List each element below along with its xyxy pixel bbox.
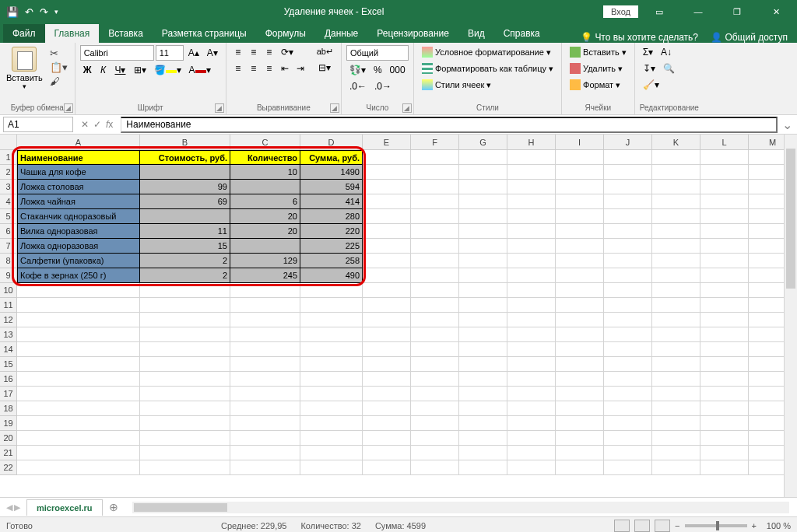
cell[interactable] [700, 165, 749, 180]
cell[interactable] [363, 387, 411, 401]
cell[interactable] [230, 283, 300, 298]
paste-button[interactable]: Вставить ▾ [5, 45, 44, 102]
formula-bar[interactable] [121, 117, 778, 133]
cell[interactable]: Вилка одноразовая [17, 224, 140, 239]
percent-icon[interactable]: % [370, 63, 385, 77]
comma-icon[interactable]: 000 [387, 63, 409, 77]
cell[interactable] [652, 342, 700, 357]
row-header[interactable]: 6 [0, 224, 17, 239]
cell[interactable]: 20 [230, 224, 300, 239]
row-header[interactable]: 9 [0, 268, 17, 283]
cell[interactable] [652, 298, 700, 313]
cell[interactable] [507, 431, 556, 446]
cell[interactable]: Кофе в зернах (250 г) [17, 268, 140, 283]
cell[interactable] [300, 342, 363, 357]
decrease-decimal-icon[interactable]: .0→ [371, 79, 395, 93]
login-button[interactable]: Вход [603, 5, 638, 18]
format-as-table-button[interactable]: Форматировать как таблицу▾ [419, 61, 556, 75]
cell[interactable] [556, 327, 604, 342]
cell[interactable] [604, 313, 652, 327]
close-icon[interactable]: ✕ [758, 0, 794, 23]
row-header[interactable]: 8 [0, 254, 17, 268]
row-header[interactable]: 7 [0, 239, 17, 254]
vertical-scroll-thumb[interactable] [786, 149, 795, 289]
cell[interactable] [230, 342, 300, 357]
cell[interactable] [230, 431, 300, 446]
cell[interactable] [556, 298, 604, 313]
cell[interactable] [604, 283, 652, 298]
cell[interactable] [556, 401, 604, 416]
cell[interactable] [556, 194, 604, 209]
cell[interactable] [556, 254, 604, 268]
cell[interactable] [700, 283, 749, 298]
cell[interactable] [700, 416, 749, 431]
cell[interactable]: 6 [230, 194, 300, 209]
redo-icon[interactable]: ↷ [40, 6, 48, 18]
column-header[interactable]: G [459, 135, 507, 150]
cell[interactable] [604, 209, 652, 224]
cell[interactable]: 490 [300, 268, 363, 283]
cell[interactable] [17, 283, 140, 298]
cell[interactable] [140, 298, 230, 313]
cell[interactable] [411, 387, 459, 401]
cell[interactable] [604, 194, 652, 209]
cell[interactable] [300, 313, 363, 327]
cell[interactable] [604, 150, 652, 165]
view-page-break-icon[interactable] [655, 520, 670, 532]
row-header[interactable]: 3 [0, 180, 17, 194]
align-left-icon[interactable]: ≡ [231, 61, 245, 75]
spreadsheet-grid[interactable]: ABCDEFGHIJKLM 12345678910111213141516171… [0, 135, 797, 497]
fill-color-button[interactable]: 🪣▾ [151, 63, 184, 77]
cell[interactable] [652, 283, 700, 298]
column-header[interactable]: A [17, 135, 140, 150]
cell[interactable] [700, 268, 749, 283]
fill-icon[interactable]: ↧▾ [640, 61, 658, 75]
cell[interactable] [363, 342, 411, 357]
cell[interactable] [363, 460, 411, 475]
view-page-layout-icon[interactable] [634, 520, 650, 532]
bold-button[interactable]: Ж [80, 63, 95, 77]
cell[interactable] [700, 224, 749, 239]
cell[interactable] [17, 431, 140, 446]
cell[interactable] [17, 357, 140, 372]
cell[interactable] [300, 401, 363, 416]
cell[interactable] [411, 150, 459, 165]
cell[interactable] [230, 387, 300, 401]
cell[interactable] [363, 313, 411, 327]
cell[interactable] [411, 372, 459, 387]
cell[interactable] [140, 387, 230, 401]
vertical-scrollbar[interactable] [784, 135, 797, 497]
cell[interactable] [507, 209, 556, 224]
row-header[interactable]: 19 [0, 416, 17, 431]
cell[interactable] [459, 239, 507, 254]
cell[interactable] [17, 446, 140, 460]
cell[interactable] [363, 194, 411, 209]
cell[interactable] [652, 268, 700, 283]
cell[interactable] [363, 209, 411, 224]
column-header[interactable]: L [700, 135, 749, 150]
cell[interactable] [230, 372, 300, 387]
cell[interactable] [700, 180, 749, 194]
cell[interactable] [411, 342, 459, 357]
cell[interactable] [140, 431, 230, 446]
cell[interactable]: 258 [300, 254, 363, 268]
align-center-icon[interactable]: ≡ [247, 61, 261, 75]
cell[interactable] [700, 387, 749, 401]
cell[interactable]: 220 [300, 224, 363, 239]
column-header[interactable]: C [230, 135, 300, 150]
cell[interactable] [230, 239, 300, 254]
cell[interactable] [363, 372, 411, 387]
cell[interactable] [700, 357, 749, 372]
cell[interactable] [411, 194, 459, 209]
cell[interactable] [411, 446, 459, 460]
decrease-font-icon[interactable]: A▾ [204, 46, 221, 60]
align-right-icon[interactable]: ≡ [262, 61, 276, 75]
ribbon-options-icon[interactable]: ▭ [641, 0, 677, 23]
cell[interactable] [459, 268, 507, 283]
cell[interactable] [604, 224, 652, 239]
cell[interactable] [507, 460, 556, 475]
cell[interactable] [700, 342, 749, 357]
cell[interactable] [459, 446, 507, 460]
merge-button[interactable]: ⊟▾ [314, 61, 336, 75]
cell[interactable] [652, 372, 700, 387]
